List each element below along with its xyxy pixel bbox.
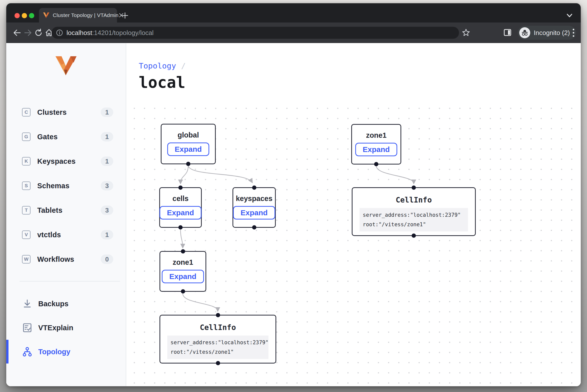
node-handle — [252, 186, 256, 190]
node-handle — [181, 289, 185, 294]
sidebar-item-gates[interactable]: G Gates 1 — [6, 129, 126, 144]
node-handle — [216, 313, 220, 317]
tablets-count-badge: 3 — [101, 206, 113, 215]
sidebar-item-keyspaces[interactable]: K Keyspaces 1 — [6, 154, 126, 169]
code-line: server_address:"localhost:2379" — [363, 210, 465, 220]
bookmark-star-icon[interactable] — [462, 28, 470, 37]
url-host: localhost — [66, 29, 92, 36]
download-icon — [22, 298, 32, 309]
node-title: zone1 — [366, 131, 386, 140]
sidebar-divider — [20, 281, 120, 282]
tab-search-chevron-icon[interactable] — [566, 12, 573, 19]
window-close-button[interactable] — [14, 13, 20, 18]
node-title: CellInfo — [396, 196, 432, 204]
node-handle — [252, 225, 256, 230]
code-line: root:"/vitess/zone1" — [363, 220, 465, 229]
clusters-letter-icon: C — [22, 108, 30, 116]
browser-toolbar: localhost:14201/topology/local Incognito… — [6, 22, 581, 43]
sidebar-item-tablets[interactable]: T Tablets 3 — [6, 202, 126, 218]
keyspaces-count-badge: 1 — [101, 156, 113, 166]
node-title: global — [178, 131, 199, 139]
node-keyspaces[interactable]: keyspaces Expand — [232, 187, 276, 228]
window-minimize-button[interactable] — [22, 13, 27, 18]
node-cells[interactable]: cells Expand — [159, 187, 202, 228]
sidebar-item-vtctlds[interactable]: V vtctlds 1 — [6, 227, 126, 242]
sidebar-item-workflows[interactable]: W Workflows 0 — [6, 252, 126, 267]
schemas-count-badge: 3 — [101, 181, 113, 190]
document-check-icon — [22, 322, 32, 333]
expand-button[interactable]: Expand — [160, 206, 202, 220]
vtctlds-count-badge: 1 — [101, 230, 113, 240]
new-tab-button[interactable] — [121, 11, 129, 20]
incognito-label: Incognito (2) — [534, 29, 570, 37]
node-handle — [374, 162, 378, 166]
edge-global-cells — [180, 166, 188, 184]
breadcrumb-topology-link[interactable]: Topology — [139, 61, 176, 70]
incognito-profile-badge[interactable]: Incognito (2) — [518, 26, 576, 40]
side-panel-icon[interactable] — [503, 28, 512, 37]
node-cellinfo-bottom[interactable]: CellInfo server_address:"localhost:2379"… — [160, 315, 276, 364]
breadcrumb: Topology/ — [139, 61, 186, 70]
node-handle — [412, 186, 416, 190]
page-content: C Clusters 1 G Gates 1 K Keyspaces 1 S S… — [6, 43, 581, 386]
tab-title: Cluster Topology | VTAdmin — [53, 12, 118, 18]
code-line: root:"/vitess/zone1" — [170, 347, 265, 357]
topology-main: Topology/ local — [126, 43, 581, 386]
expand-button[interactable]: Expand — [233, 206, 275, 220]
reload-icon[interactable] — [34, 28, 43, 37]
browser-menu-icon[interactable] — [572, 28, 575, 38]
forward-icon[interactable] — [24, 28, 32, 37]
gates-count-badge: 1 — [101, 132, 113, 142]
sidebar-item-topology[interactable]: Topology — [6, 344, 126, 360]
node-handle — [178, 186, 183, 190]
url-path: :14201/topology/local — [92, 29, 154, 36]
clusters-count-badge: 1 — [101, 108, 113, 117]
topology-icon — [22, 346, 32, 357]
node-zone1-top[interactable]: zone1 Expand — [351, 124, 401, 164]
tablets-letter-icon: T — [22, 206, 30, 214]
vtctlds-letter-icon: V — [22, 230, 30, 239]
incognito-icon — [519, 27, 530, 38]
edge-zone1-cellinfo — [376, 166, 414, 184]
node-title: keyspaces — [236, 194, 272, 203]
edge-cells-zone1 — [180, 230, 183, 248]
vtadmin-sidebar: C Clusters 1 G Gates 1 K Keyspaces 1 S S… — [6, 43, 126, 386]
gates-letter-icon: G — [22, 132, 30, 141]
node-title: cells — [172, 194, 189, 203]
vitess-logo — [55, 56, 77, 76]
window-zoom-button[interactable] — [29, 13, 34, 18]
edge-global-keyspaces — [188, 166, 252, 182]
workflows-count-badge: 0 — [101, 254, 113, 264]
sidebar-item-schemas[interactable]: S Schemas 3 — [6, 178, 126, 194]
node-cellinfo-right[interactable]: CellInfo server_address:"localhost:2379"… — [352, 187, 476, 236]
expand-button[interactable]: Expand — [167, 142, 209, 156]
topology-canvas[interactable]: global Expand zone1 Expand cells Expand — [126, 101, 581, 386]
sidebar-item-clusters[interactable]: C Clusters 1 — [6, 104, 126, 120]
expand-button[interactable]: Expand — [355, 143, 397, 156]
node-zone1-lower[interactable]: zone1 Expand — [160, 251, 206, 292]
sidebar-item-backups[interactable]: Backups — [6, 296, 126, 312]
schemas-letter-icon: S — [22, 182, 30, 190]
node-handle — [186, 162, 190, 166]
node-global[interactable]: global Expand — [161, 124, 216, 164]
active-nav-indicator — [6, 340, 8, 364]
browser-tab[interactable]: Cluster Topology | VTAdmin — [39, 8, 117, 22]
back-icon[interactable] — [13, 28, 21, 37]
node-handle — [181, 249, 185, 254]
node-title: zone1 — [172, 258, 193, 266]
code-line: server_address:"localhost:2379" — [170, 338, 265, 347]
breadcrumb-separator: / — [181, 61, 186, 70]
url-text: localhost:14201/topology/local — [66, 29, 154, 37]
workflows-letter-icon: W — [22, 255, 30, 264]
address-bar[interactable]: localhost:14201/topology/local — [52, 27, 459, 39]
site-info-icon[interactable] — [56, 29, 63, 36]
node-handle — [216, 361, 220, 365]
node-title: CellInfo — [200, 323, 236, 332]
sidebar-item-vtexplain[interactable]: VTExplain — [6, 320, 126, 336]
node-handle — [178, 225, 183, 230]
cellinfo-code: server_address:"localhost:2379" root:"/v… — [167, 336, 268, 359]
vitess-favicon-icon — [43, 12, 50, 18]
cellinfo-code: server_address:"localhost:2379" root:"/v… — [360, 208, 468, 232]
page-title: local — [139, 73, 186, 92]
expand-button[interactable]: Expand — [162, 270, 204, 283]
